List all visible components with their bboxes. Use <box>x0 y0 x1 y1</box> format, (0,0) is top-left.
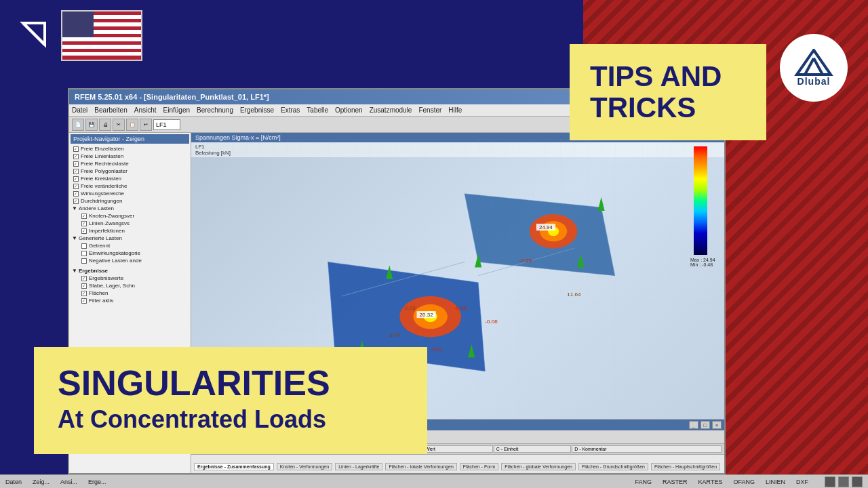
nav-freie-einzel[interactable]: Freie Einzellasten <box>71 145 189 152</box>
nav-checkbox[interactable] <box>81 221 87 226</box>
toolbar-btn-1[interactable]: 📄 <box>72 119 84 131</box>
flag-stripe <box>62 56 141 59</box>
nav-freie-linien[interactable]: Freie Linienlasten <box>71 152 189 160</box>
nav-getrennt[interactable]: Getrennt <box>71 242 189 249</box>
nav-ergebnisse-group[interactable]: ▼ Ergebnisse <box>71 267 189 274</box>
nav-checkbox[interactable] <box>81 214 87 219</box>
toolbar-btn-3[interactable]: 🖨 <box>99 119 111 131</box>
icon-1[interactable] <box>825 476 835 487</box>
status-erge[interactable]: Erge... <box>88 479 106 485</box>
nav-freie-var[interactable]: Freie veränderliche <box>71 182 189 190</box>
menu-extras[interactable]: Extras <box>281 106 300 114</box>
status-dxf[interactable]: DXF <box>796 479 808 485</box>
status-fang[interactable]: FANG <box>635 479 652 485</box>
menu-fenster[interactable]: Fenster <box>418 106 441 114</box>
nav-checkbox[interactable] <box>81 291 87 296</box>
icon-3[interactable] <box>852 476 863 487</box>
status-ansi[interactable]: Ansi... <box>60 479 77 485</box>
menu-einfuegen[interactable]: Einfügen <box>163 106 190 114</box>
nav-checkbox[interactable] <box>81 251 87 256</box>
tab-flaechen-form[interactable]: Flächen - Form <box>460 463 498 470</box>
icon-2[interactable] <box>838 476 849 487</box>
color-gradient <box>694 146 707 255</box>
tab-flaechen-lokale[interactable]: Flächen - lokale Verformungen <box>385 463 456 470</box>
results-minimize[interactable]: _ <box>689 421 698 429</box>
status-zeig[interactable]: Zeig... <box>33 479 50 485</box>
menu-ergebnisse[interactable]: Ergebnisse <box>240 106 274 114</box>
tips-tricks-box: TIPS AND TRICKS <box>570 44 766 140</box>
tab-flaechen-global[interactable]: Flächen - globale Verformungen <box>501 463 576 470</box>
nav-checkbox[interactable] <box>73 146 79 152</box>
tab-flaechen-grund[interactable]: Flächen - Grundschnittgrößen <box>578 463 648 470</box>
menu-berechnung[interactable]: Berechnung <box>197 106 233 114</box>
lf1-dropdown[interactable]: LF1 <box>153 119 180 130</box>
toolbar-btn-5[interactable]: 📋 <box>126 119 138 131</box>
svg-text:0.44: 0.44 <box>389 332 400 338</box>
menu-hilfe[interactable]: Hilfe <box>448 106 462 114</box>
nav-freie-kreis[interactable]: Freie Kreislasten <box>71 175 189 182</box>
svg-line-1 <box>23 23 45 45</box>
toolbar-btn-6[interactable]: ↩ <box>140 119 152 131</box>
nav-checkbox[interactable] <box>73 169 79 174</box>
svg-text:-0.09: -0.09 <box>519 258 532 264</box>
tab-knoten-verf[interactable]: Knoten - Verformungen <box>277 463 332 470</box>
nav-negative[interactable]: Negative Lasten ande <box>71 257 189 264</box>
nav-durch[interactable]: Durchdringungen <box>71 197 189 205</box>
singularities-title: SINGULARITIES <box>58 364 403 403</box>
toolbar-btn-4[interactable]: ✂ <box>113 119 125 131</box>
results-close[interactable]: × <box>712 421 722 429</box>
nav-checkbox[interactable] <box>81 258 87 264</box>
svg-text:-0.06: -0.06 <box>485 319 498 325</box>
bottom-right-icons <box>825 476 863 487</box>
svg-marker-2 <box>797 50 831 75</box>
nav-checkbox[interactable] <box>73 191 79 197</box>
menu-tabelle[interactable]: Tabelle <box>307 106 328 114</box>
nav-checkbox[interactable] <box>81 298 87 304</box>
nav-freie-recht[interactable]: Freie Rechtecklaste <box>71 160 189 167</box>
status-raster[interactable]: RASTER <box>663 479 688 485</box>
nav-ergebniswerte[interactable]: Ergebniswerte <box>71 274 189 282</box>
expand-icon: ▼ <box>72 235 77 241</box>
status-linien[interactable]: LINIEN <box>766 479 785 485</box>
nav-flaechen[interactable]: Flächen <box>71 289 189 297</box>
nav-checkbox[interactable] <box>73 154 79 159</box>
menu-zusatzmodule[interactable]: Zusatzmodule <box>370 106 412 114</box>
nav-checkbox[interactable] <box>73 184 79 189</box>
status-kartes[interactable]: KARTES <box>698 479 723 485</box>
menu-ansicht[interactable]: Ansicht <box>134 106 157 114</box>
menu-optionen[interactable]: Optionen <box>335 106 363 114</box>
nav-generierte[interactable]: ▼ Generierte Lasten <box>71 235 189 242</box>
tab-linien-lager[interactable]: Linien - Lagerkräfte <box>335 463 382 470</box>
results-maximize[interactable]: □ <box>701 421 710 429</box>
nav-filter[interactable]: Filter aktiv <box>71 297 189 304</box>
menu-bearbeiten[interactable]: Bearbeiten <box>94 106 127 114</box>
singularities-subtitle: At Concentrated Loads <box>58 405 403 434</box>
scale-min: Min : -0.48 <box>690 262 721 267</box>
svg-text:-0.48: -0.48 <box>454 305 467 311</box>
nav-checkbox[interactable] <box>73 161 79 167</box>
nav-imperfektion[interactable]: Imperfektionen <box>71 227 189 235</box>
nav-andere-lasten[interactable]: ▼ Andere Lasten <box>71 205 189 212</box>
scale-max: Max : 24.94 <box>690 258 721 262</box>
nav-checkbox[interactable] <box>73 176 79 182</box>
toolbar-btn-2[interactable]: 💾 <box>85 119 98 131</box>
nav-staebe-lager[interactable]: Stabe, Lager, Schn <box>71 282 189 289</box>
nav-knoten-zwang[interactable]: Knoten-Zwangsver <box>71 212 189 220</box>
nav-linien-zwang[interactable]: Linien-Zwangsvs <box>71 220 189 227</box>
menu-datei[interactable]: Datei <box>72 106 87 114</box>
nav-wirkung[interactable]: Wirkungsbereiche <box>71 190 189 197</box>
nav-checkbox[interactable] <box>73 199 79 204</box>
nav-checkbox[interactable] <box>81 276 87 281</box>
flag-usa-graphic <box>62 12 141 60</box>
nav-freie-poly[interactable]: Freie Polygonlaster <box>71 167 189 175</box>
navigator-title: Projekt-Navigator - Zeigen <box>71 134 189 144</box>
status-daten[interactable]: Daten <box>5 479 22 485</box>
dlubal-logo-icon <box>793 49 834 76</box>
nav-checkbox[interactable] <box>81 243 87 249</box>
tab-ergebnisse-zusamm[interactable]: Ergebnisse - Zusammenfassung <box>194 463 274 470</box>
tab-flaechen-haupt[interactable]: Flächen - Hauptschnittgrößen <box>651 463 720 470</box>
nav-checkbox[interactable] <box>81 283 87 289</box>
status-ofang[interactable]: OFANG <box>733 479 755 485</box>
nav-einwirkung[interactable]: Einwirkungskategorie <box>71 249 189 257</box>
nav-checkbox[interactable] <box>81 228 87 234</box>
